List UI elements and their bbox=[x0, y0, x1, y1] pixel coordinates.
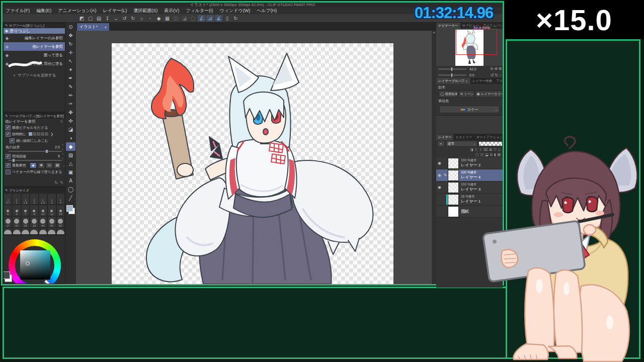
redo-icon[interactable]: ↻ bbox=[129, 15, 137, 22]
eraser-icon[interactable]: ◆ bbox=[155, 15, 163, 22]
rotate-slider[interactable] bbox=[438, 74, 466, 76]
main-color-swatch[interactable] bbox=[3, 272, 10, 279]
rotate-button-1[interactable]: ↻ bbox=[495, 73, 499, 77]
checkbox-2[interactable]: ✓ bbox=[10, 138, 15, 143]
undo-icon[interactable]: ↺ bbox=[121, 15, 128, 22]
snap-ruler-icon[interactable]: ∠ bbox=[198, 15, 205, 22]
menu-item-3[interactable]: レイヤー(L) bbox=[103, 8, 127, 14]
layer-property-tab-1[interactable]: レイヤー検索 bbox=[470, 78, 494, 84]
auto-select-tool[interactable]: ✶ bbox=[66, 65, 75, 74]
selection-border-icon[interactable]: ▢ bbox=[189, 15, 197, 22]
footer-icon-0[interactable]: ↻ bbox=[55, 180, 58, 185]
checkbox-1[interactable]: ✓ bbox=[6, 132, 11, 137]
tool-property-header[interactable]: ✎ツールプロパティ[他レイヤーを参照] bbox=[4, 114, 65, 119]
brush-size-large-1[interactable] bbox=[12, 228, 21, 235]
brush-size-25[interactable]: 25 bbox=[21, 216, 30, 228]
gap-size-selector[interactable] bbox=[29, 132, 48, 136]
layer-visibility-eye[interactable]: ◉ bbox=[436, 185, 443, 190]
layer-visibility-eye[interactable]: ◉ bbox=[436, 173, 443, 177]
navigator-preview[interactable] bbox=[436, 29, 503, 66]
checkbox-5[interactable]: ✓ bbox=[6, 163, 11, 168]
figure-tool[interactable]: △ bbox=[66, 159, 75, 168]
brush-size-large-2[interactable] bbox=[21, 228, 30, 235]
brush-size-large-3[interactable] bbox=[30, 228, 38, 235]
saturation-value-square[interactable] bbox=[20, 250, 50, 280]
border-effect[interactable]: ◯境界効果 bbox=[438, 90, 458, 98]
tone-effect[interactable]: ※トーン bbox=[458, 90, 474, 98]
brush-size-4[interactable]: 4 bbox=[56, 193, 65, 205]
pen-tool[interactable]: ✎ bbox=[66, 82, 75, 91]
move-tool[interactable]: ✛ bbox=[66, 48, 75, 57]
crop-marks-icon[interactable]: ▦ bbox=[164, 15, 171, 22]
layer-thumbnail[interactable] bbox=[448, 158, 459, 169]
rotate-button-2[interactable]: ◌ bbox=[499, 73, 502, 77]
brush-size-1[interactable]: 1 bbox=[12, 193, 21, 205]
fill-tool[interactable]: ◆ bbox=[66, 142, 75, 151]
gradient-tool[interactable]: ▨ bbox=[66, 151, 75, 159]
open-file-icon[interactable]: ▤ bbox=[95, 15, 103, 22]
subtool-item-2[interactable]: ◈囲って塗る bbox=[4, 51, 65, 59]
eyedropper-tool[interactable]: ✒ bbox=[66, 74, 75, 82]
menu-item-5[interactable]: 表示(V) bbox=[164, 8, 179, 14]
hand-tool[interactable]: ✥ bbox=[66, 31, 75, 40]
checkbox-4[interactable]: ✓ bbox=[6, 154, 11, 159]
subtool-item-0[interactable]: ◈編集レイヤーのみ参照 bbox=[4, 34, 65, 42]
menu-item-2[interactable]: アニメーション(A) bbox=[58, 8, 96, 14]
zoom-button-2[interactable]: ⧉ bbox=[499, 66, 502, 71]
correct-line-tool[interactable]: ╱ bbox=[66, 194, 75, 202]
blend-mode-select[interactable]: 通常⌄ bbox=[446, 141, 477, 147]
brush-size-50[interactable]: 50 bbox=[47, 216, 56, 228]
brush-tool[interactable]: ✑ bbox=[66, 100, 75, 108]
brush-size-40[interactable]: 40 bbox=[39, 216, 47, 228]
zoom-tool[interactable]: ⊙ bbox=[66, 23, 75, 31]
tool-color-swatches[interactable] bbox=[65, 204, 76, 216]
canvas-vertical-scrollbar[interactable]: ▲ bbox=[432, 31, 436, 284]
expression-color-select[interactable]: カラー ⌄ bbox=[439, 106, 500, 113]
layer-panel-tab-1[interactable]: ヒストリー bbox=[453, 134, 474, 140]
snap-special-ruler-icon[interactable]: ⊿ bbox=[206, 15, 214, 22]
brush-size-60[interactable]: 60 bbox=[56, 216, 65, 228]
menu-item-4[interactable]: 選択範囲(S) bbox=[133, 8, 157, 14]
brush-size-large-0[interactable] bbox=[4, 228, 12, 235]
layer-color-effect[interactable]: ▣レイヤーカラー bbox=[475, 90, 503, 98]
subtool-group-fill[interactable]: ◈塗りつぶし bbox=[4, 28, 65, 34]
deselect-icon[interactable]: ◫ bbox=[172, 15, 180, 22]
menu-item-0[interactable]: ファイル(F) bbox=[6, 8, 30, 14]
navigator-view-rectangle[interactable] bbox=[456, 29, 497, 55]
airbrush-tool[interactable]: ✤ bbox=[66, 108, 75, 117]
brush-size-8[interactable]: 8 bbox=[30, 205, 38, 216]
brush-size-12[interactable]: 12 bbox=[47, 205, 56, 216]
refer-icon-3[interactable]: ▤ bbox=[54, 162, 61, 168]
new-canvas-icon[interactable]: ▢ bbox=[87, 15, 94, 22]
navigator-tab-0[interactable]: ナビゲーター bbox=[436, 23, 460, 29]
clear-icon[interactable]: ☼ bbox=[138, 15, 145, 22]
brush-size-0.7[interactable]: 0.7 bbox=[4, 193, 12, 205]
blend-tool[interactable]: ◑ bbox=[66, 134, 75, 142]
snap-grid-icon[interactable]: ∡ bbox=[215, 15, 222, 22]
brush-size-large-4[interactable] bbox=[39, 228, 47, 235]
subtool-item-1[interactable]: ◈他レイヤーを参照 bbox=[4, 42, 65, 51]
object-tool[interactable]: ↖ bbox=[66, 57, 75, 65]
layer-cmd-icon-1[interactable]: ⇧ bbox=[475, 148, 478, 152]
layer-thumbnail[interactable] bbox=[448, 194, 459, 205]
frame-border-tool[interactable]: ▣ bbox=[66, 168, 75, 176]
zoom-button-1[interactable]: ⊕ bbox=[495, 66, 498, 71]
save-chevron-icon[interactable]: ⌄ bbox=[112, 15, 120, 22]
zoom-slider[interactable] bbox=[438, 68, 466, 70]
invert-selection-icon[interactable]: ◪ bbox=[181, 15, 188, 22]
zoom-button-0[interactable]: ⊖ bbox=[490, 66, 494, 71]
layer-combo-icon[interactable]: ▾ bbox=[437, 141, 445, 147]
canvas-tab[interactable]: イラスト* ● bbox=[77, 23, 109, 31]
eraser-tool[interactable]: ◪ bbox=[66, 125, 75, 134]
layer-cmd-icon-0[interactable]: ◨ bbox=[470, 148, 473, 152]
value-stepper[interactable]: ⌃ ⌄ bbox=[61, 153, 64, 159]
chevron-down-icon[interactable]: ⌄ bbox=[62, 163, 65, 167]
brush-size-30[interactable]: 30 bbox=[30, 216, 38, 228]
brush-size-15[interactable]: 15 bbox=[56, 205, 65, 216]
view-rotate-icon[interactable]: ↻ bbox=[232, 15, 239, 22]
brush-size-3[interactable]: 3 bbox=[47, 193, 56, 205]
brush-size-2.5[interactable]: 2.5 bbox=[39, 193, 47, 205]
checkbox-0[interactable]: ✓ bbox=[6, 125, 11, 130]
decoration-tool[interactable]: ✣ bbox=[66, 117, 75, 125]
brush-size-2[interactable]: 2 bbox=[30, 193, 38, 205]
